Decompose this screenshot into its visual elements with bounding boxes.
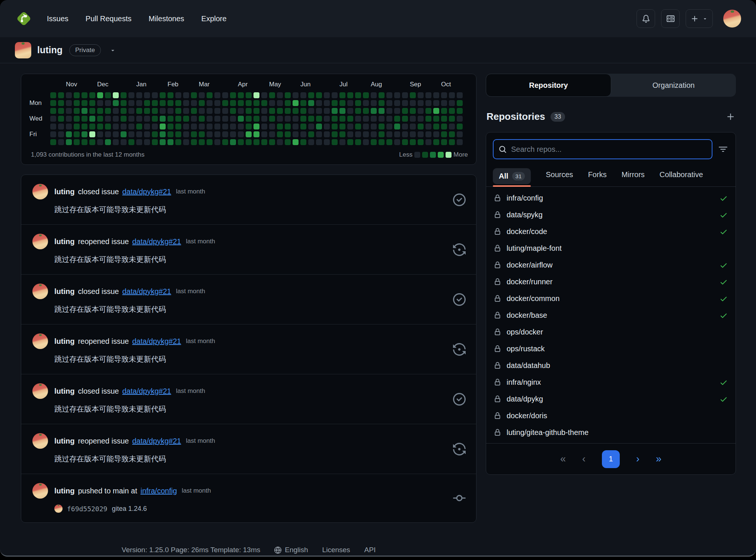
heatmap-cell[interactable]: [379, 131, 385, 137]
heatmap-cell[interactable]: [402, 116, 408, 122]
heatmap-cell[interactable]: [261, 139, 267, 145]
heatmap-cell[interactable]: [433, 139, 439, 145]
heatmap-cell[interactable]: [175, 131, 181, 137]
heatmap-cell[interactable]: [300, 131, 306, 137]
heatmap-cell[interactable]: [121, 139, 127, 145]
heatmap-cell[interactable]: [371, 116, 377, 122]
heatmap-cell[interactable]: [238, 131, 244, 137]
heatmap-cell[interactable]: [82, 124, 87, 129]
heatmap-cell[interactable]: [402, 108, 408, 114]
heatmap-cell[interactable]: [168, 108, 173, 114]
heatmap-cell[interactable]: [207, 116, 213, 122]
heatmap-cell[interactable]: [425, 124, 431, 129]
heatmap-cell[interactable]: [253, 139, 259, 145]
heatmap-cell[interactable]: [214, 108, 220, 114]
heatmap-cell[interactable]: [379, 139, 385, 145]
heatmap-cell[interactable]: [191, 131, 197, 137]
heatmap-cell[interactable]: [425, 108, 431, 114]
repo-list-item[interactable]: luting/maple-font: [486, 240, 736, 257]
target-link[interactable]: data/dpykg#21: [122, 387, 171, 396]
heatmap-cell[interactable]: [199, 124, 205, 129]
heatmap-cell[interactable]: [105, 131, 111, 137]
heatmap-cell[interactable]: [66, 139, 72, 145]
heatmap-cell[interactable]: [339, 100, 345, 106]
heatmap-cell[interactable]: [441, 116, 447, 122]
repo-list-item[interactable]: luting/gitea-github-theme: [486, 424, 736, 441]
heatmap-cell[interactable]: [238, 139, 244, 145]
filter-tab-mirrors[interactable]: Mirrors: [622, 170, 645, 186]
heatmap-cell[interactable]: [168, 92, 173, 98]
heatmap-cell[interactable]: [222, 139, 228, 145]
heatmap-cell[interactable]: [316, 100, 322, 106]
heatmap-cell[interactable]: [293, 108, 299, 114]
heatmap-cell[interactable]: [253, 124, 259, 129]
heatmap-cell[interactable]: [425, 100, 431, 106]
heatmap-cell[interactable]: [285, 139, 291, 145]
heatmap-cell[interactable]: [269, 108, 275, 114]
repo-list-item[interactable]: data/dpykg: [486, 391, 736, 407]
heatmap-cell[interactable]: [308, 131, 314, 137]
heatmap-cell[interactable]: [168, 131, 173, 137]
heatmap-cell[interactable]: [425, 92, 431, 98]
heatmap-cell[interactable]: [386, 108, 392, 114]
heatmap-cell[interactable]: [433, 92, 439, 98]
heatmap-cell[interactable]: [332, 124, 338, 129]
heatmap-cell[interactable]: [191, 92, 197, 98]
heatmap-cell[interactable]: [191, 139, 197, 145]
heatmap-cell[interactable]: [199, 139, 205, 145]
heatmap-cell[interactable]: [230, 92, 236, 98]
heatmap-cell[interactable]: [449, 100, 455, 106]
heatmap-cell[interactable]: [386, 116, 392, 122]
heatmap-cell[interactable]: [121, 92, 127, 98]
heatmap-cell[interactable]: [160, 108, 166, 114]
heatmap-cell[interactable]: [410, 131, 416, 137]
heatmap-cell[interactable]: [379, 92, 385, 98]
heatmap-cell[interactable]: [308, 100, 314, 106]
filter-tab-collaborative[interactable]: Collaborative: [660, 170, 703, 186]
last-page-button[interactable]: »: [656, 454, 661, 464]
actor-name[interactable]: luting: [54, 287, 74, 296]
heatmap-cell[interactable]: [183, 116, 189, 122]
heatmap-cell[interactable]: [238, 116, 244, 122]
heatmap-cell[interactable]: [457, 131, 463, 137]
actor-avatar[interactable]: [32, 184, 48, 199]
heatmap-cell[interactable]: [246, 124, 252, 129]
heatmap-cell[interactable]: [160, 131, 166, 137]
heatmap-cell[interactable]: [363, 92, 369, 98]
heatmap-cell[interactable]: [191, 108, 197, 114]
heatmap-cell[interactable]: [316, 116, 322, 122]
heatmap-cell[interactable]: [214, 139, 220, 145]
heatmap-cell[interactable]: [332, 116, 338, 122]
heatmap-cell[interactable]: [183, 139, 189, 145]
heatmap-cell[interactable]: [160, 124, 166, 129]
heatmap-cell[interactable]: [324, 139, 330, 145]
repo-list-item[interactable]: docker/runner: [486, 273, 736, 290]
repo-list-item[interactable]: docker/code: [486, 223, 736, 240]
heatmap-cell[interactable]: [160, 116, 166, 122]
heatmap-cell[interactable]: [128, 92, 134, 98]
tab-organization[interactable]: Organization: [611, 74, 736, 97]
heatmap-cell[interactable]: [207, 100, 213, 106]
heatmap-cell[interactable]: [410, 124, 416, 129]
heatmap-cell[interactable]: [410, 92, 416, 98]
heatmap-cell[interactable]: [191, 124, 197, 129]
heatmap-cell[interactable]: [418, 124, 424, 129]
heatmap-cell[interactable]: [58, 131, 64, 137]
heatmap-cell[interactable]: [449, 131, 455, 137]
heatmap-cell[interactable]: [308, 124, 314, 129]
actor-name[interactable]: luting: [54, 237, 74, 246]
heatmap-cell[interactable]: [293, 131, 299, 137]
target-link[interactable]: data/dpykg#21: [132, 237, 181, 246]
heatmap-cell[interactable]: [418, 108, 424, 114]
heatmap-cell[interactable]: [332, 139, 338, 145]
heatmap-cell[interactable]: [152, 139, 158, 145]
heatmap-cell[interactable]: [89, 108, 95, 114]
language-selector[interactable]: English: [274, 546, 308, 554]
heatmap-cell[interactable]: [105, 124, 111, 129]
heatmap-cell[interactable]: [418, 100, 424, 106]
heatmap-cell[interactable]: [175, 92, 181, 98]
heatmap-cell[interactable]: [300, 139, 306, 145]
heatmap-cell[interactable]: [238, 108, 244, 114]
heatmap-cell[interactable]: [285, 92, 291, 98]
heatmap-cell[interactable]: [66, 131, 72, 137]
